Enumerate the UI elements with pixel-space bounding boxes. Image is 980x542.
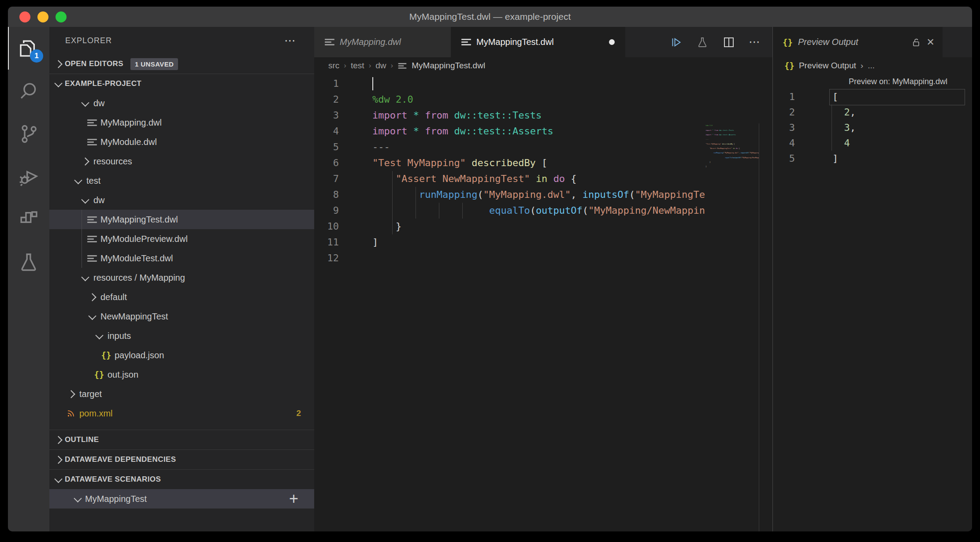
debug-icon xyxy=(17,165,41,189)
code-line-8[interactable]: 8 runMapping("MyMapping.dwl", inputsOf("… xyxy=(314,187,705,203)
tree-item-pom-xml[interactable]: pom.xml2 xyxy=(49,404,314,423)
tree-item-dw[interactable]: dw xyxy=(49,93,314,113)
close-panel-icon[interactable]: ✕ xyxy=(927,37,935,48)
dataweave-file-icon xyxy=(398,62,407,70)
code-line-9[interactable]: 9 equalTo(outputOf("MyMapping/NewMapping… xyxy=(314,203,705,219)
unlock-icon[interactable] xyxy=(911,37,921,48)
json-braces-icon: {} xyxy=(101,350,111,360)
code-line-6[interactable]: 6"Test MyMapping" describedBy [ xyxy=(314,155,705,171)
minimap[interactable]: %dw 2.0import * from dw::test::Testsimpo… xyxy=(704,123,759,531)
line-number: 2 xyxy=(773,104,806,120)
preview-breadcrumb-item[interactable]: Preview Output xyxy=(799,61,856,71)
unsaved-dot-icon[interactable] xyxy=(609,39,615,45)
chevron-down-icon xyxy=(81,273,89,281)
preview-line-2[interactable]: 2 2, xyxy=(773,104,972,120)
line-number: 5 xyxy=(314,139,351,155)
section-dataweave-scenarios[interactable]: DATAWEAVE SCENARIOS xyxy=(49,470,314,489)
line-number: 12 xyxy=(314,250,351,266)
tree-item-newmappingtest[interactable]: NewMappingTest xyxy=(49,307,314,326)
activity-run-debug[interactable] xyxy=(8,155,49,198)
line-number: 11 xyxy=(314,234,351,250)
tree-item-default[interactable]: default xyxy=(49,287,314,307)
code-line-3[interactable]: 3import * from dw::test::Tests xyxy=(314,108,705,123)
open-editors-section[interactable]: OPEN EDITORS 1 UNSAVED xyxy=(49,54,314,74)
dataweave-file-icon xyxy=(87,234,97,244)
json-braces-icon: {} xyxy=(784,61,794,71)
editor-tab-bar: MyMapping.dwl MyMappingTest.dwl xyxy=(314,27,772,57)
preview-output-content[interactable]: 1[2 2,3 3,4 45] xyxy=(773,89,972,531)
run-tests-flask-icon[interactable] xyxy=(696,36,709,49)
editor-more-actions-icon[interactable]: ⋯ xyxy=(749,35,761,49)
indent-guide xyxy=(462,203,463,219)
tree-item-inputs[interactable]: inputs xyxy=(49,326,314,345)
activity-testing[interactable] xyxy=(8,241,49,283)
preview-line-5[interactable]: 5] xyxy=(773,151,972,166)
preview-breadcrumb-more[interactable]: ... xyxy=(868,61,875,71)
dataweave-file-icon xyxy=(325,37,334,47)
tree-item-test[interactable]: test xyxy=(49,171,314,190)
extensions-icon xyxy=(17,208,41,231)
tree-item-dw[interactable]: dw xyxy=(49,190,314,210)
tree-item-label: test xyxy=(86,176,100,186)
line-number: 8 xyxy=(314,187,351,203)
tree-item-resources[interactable]: resources xyxy=(49,152,314,171)
tree-item-target[interactable]: target xyxy=(49,384,314,404)
split-editor-icon[interactable] xyxy=(722,36,735,49)
scenario-mymappingtest[interactable]: MyMappingTest + xyxy=(49,489,314,509)
code-line-2[interactable]: 2%dw 2.0 xyxy=(314,92,705,108)
breadcrumb-test[interactable]: test xyxy=(351,61,364,71)
preview-line-3[interactable]: 3 3, xyxy=(773,120,972,135)
breadcrumb-src[interactable]: src xyxy=(328,61,339,71)
git-branch-icon xyxy=(17,122,41,146)
chevron-right-icon xyxy=(54,60,62,68)
chevron-right-icon xyxy=(88,293,96,301)
project-root-row[interactable]: EXAMPLE-PROJECT xyxy=(49,74,314,93)
code-line-5[interactable]: 5--- xyxy=(314,139,705,155)
indent-guide xyxy=(832,104,832,151)
line-number: 2 xyxy=(314,92,351,108)
activity-explorer[interactable]: 1 xyxy=(8,27,49,70)
tree-item-payload-json[interactable]: {}payload.json xyxy=(49,345,314,365)
explorer-more-actions-icon[interactable]: ⋯ xyxy=(284,34,297,48)
code-line-1[interactable]: 1 xyxy=(314,76,705,92)
section-outline[interactable]: OUTLINE xyxy=(49,430,314,449)
tree-item-label: resources / MyMapping xyxy=(93,273,185,283)
explorer-sidebar: EXPLORER ⋯ OPEN EDITORS 1 UNSAVED EXAMPL… xyxy=(49,27,314,531)
tree-item-resources-mymapping[interactable]: resources / MyMapping xyxy=(49,268,314,287)
activity-source-control[interactable] xyxy=(8,112,49,155)
breadcrumb-dw[interactable]: dw xyxy=(375,61,386,71)
activity-search[interactable] xyxy=(8,70,49,112)
preview-breadcrumb: {} Preview Output › ... xyxy=(773,57,972,74)
tab-mymapping-dwl[interactable]: MyMapping.dwl xyxy=(314,27,451,57)
tab-mymappingtest-dwl[interactable]: MyMappingTest.dwl xyxy=(451,27,625,57)
tree-item-out-json[interactable]: {}out.json xyxy=(49,365,314,384)
indent-guide xyxy=(416,187,416,203)
code-line-11[interactable]: 11] xyxy=(314,234,705,250)
code-line-7[interactable]: 7 "Assert NewMappingTest" in do { xyxy=(314,171,705,187)
preview-line-1[interactable]: 1[ xyxy=(773,89,972,104)
line-number: 10 xyxy=(314,219,351,234)
chevron-separator-icon: › xyxy=(391,61,393,70)
code-line-4[interactable]: 4import * from dw::test::Asserts xyxy=(314,123,705,139)
tree-item-mymapping-dwl[interactable]: MyMapping.dwl xyxy=(49,113,314,132)
preview-on-label: Preview on: MyMapping.dwl xyxy=(773,74,972,89)
chevron-right-icon xyxy=(54,456,62,464)
activity-extensions[interactable] xyxy=(8,198,49,241)
unsaved-badge: 1 UNSAVED xyxy=(130,58,178,70)
section-dataweave-dependencies[interactable]: DATAWEAVE DEPENDENCIES xyxy=(49,450,314,469)
titlebar: MyMappingTest.dwl — example-project xyxy=(8,7,972,27)
indent-guide xyxy=(392,171,393,187)
tree-item-mymodule-dwl[interactable]: MyModule.dwl xyxy=(49,132,314,152)
tree-item-mymappingtest-dwl[interactable]: MyMappingTest.dwl xyxy=(49,210,314,229)
code-line-12[interactable]: 12 xyxy=(314,250,705,266)
code-line-10[interactable]: 10 } xyxy=(314,219,705,234)
preview-line-4[interactable]: 4 4 xyxy=(773,135,972,151)
tree-item-mymodulepreview-dwl[interactable]: MyModulePreview.dwl xyxy=(49,229,314,249)
tab-preview-output[interactable]: {} Preview Output ✕ xyxy=(773,27,943,57)
breadcrumb-file[interactable]: MyMappingTest.dwl xyxy=(412,61,485,71)
line-number: 3 xyxy=(314,108,351,123)
run-preview-icon[interactable] xyxy=(669,36,683,49)
tree-item-mymoduletest-dwl[interactable]: MyModuleTest.dwl xyxy=(49,249,314,268)
code-editor[interactable]: 12%dw 2.03import * from dw::test::Tests4… xyxy=(314,74,772,531)
problems-count-badge: 2 xyxy=(296,408,301,418)
